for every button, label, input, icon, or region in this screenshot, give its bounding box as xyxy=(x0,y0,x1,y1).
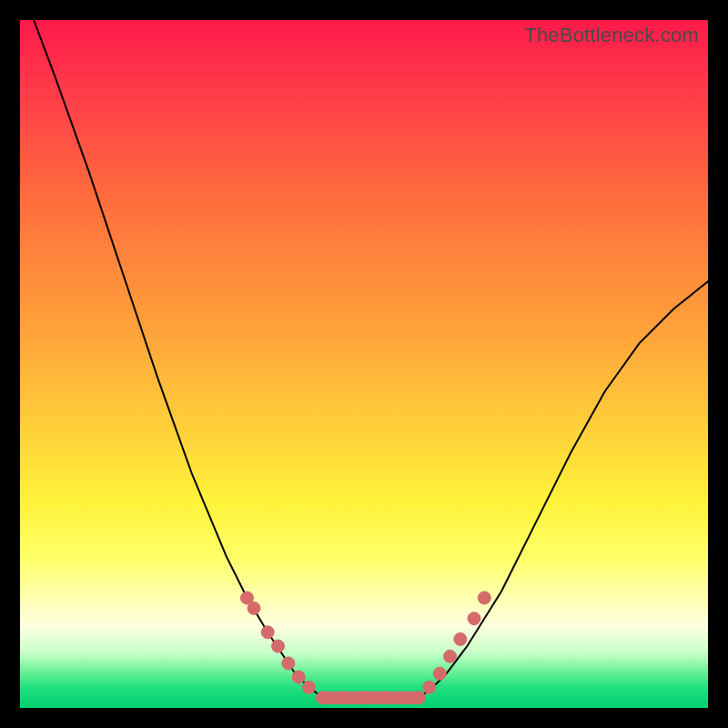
highlight-dot-right xyxy=(433,667,446,680)
highlight-dot-bottom xyxy=(337,692,349,704)
highlight-dot-left xyxy=(261,626,274,639)
highlight-dot-left xyxy=(282,657,295,670)
highlight-dot-right xyxy=(413,692,426,704)
highlight-dot-right xyxy=(468,612,480,625)
highlight-dot-left xyxy=(292,671,305,683)
highlight-dot-bottom xyxy=(358,692,370,704)
highlight-dot-right xyxy=(478,592,490,604)
highlight-dot-left xyxy=(272,640,285,652)
highlight-dot-right xyxy=(454,632,467,645)
highlight-dot-right xyxy=(423,681,436,693)
left-curve xyxy=(34,20,323,698)
highlight-dot-left xyxy=(248,602,260,614)
highlight-dot-left xyxy=(303,681,316,693)
highlight-dot-bottom xyxy=(379,692,391,704)
chart-area: TheBottleneck.com xyxy=(20,20,708,708)
bottleneck-curve-plot xyxy=(20,20,708,708)
watermark-text: TheBottleneck.com xyxy=(524,24,699,47)
highlight-dot-right xyxy=(444,650,457,662)
highlight-dot-bottom xyxy=(399,692,411,704)
highlight-dot-bottom xyxy=(317,692,329,704)
